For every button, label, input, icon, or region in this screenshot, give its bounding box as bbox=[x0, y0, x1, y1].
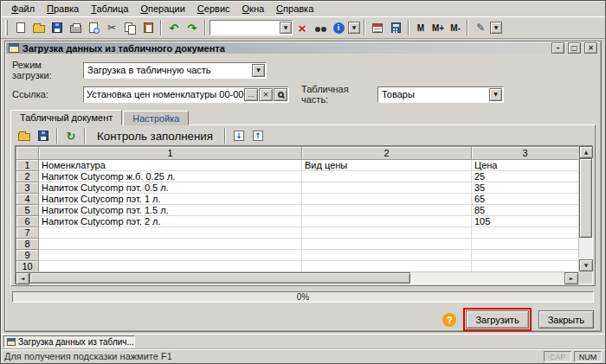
grid-cell[interactable]: 85 bbox=[472, 205, 579, 216]
grid-cell[interactable]: Вид цены bbox=[302, 160, 472, 171]
row-number[interactable]: 6 bbox=[16, 216, 39, 227]
copy-icon[interactable] bbox=[121, 19, 139, 36]
link-choose-button[interactable]: ... bbox=[244, 88, 258, 101]
save-icon[interactable] bbox=[48, 19, 66, 36]
menu-table[interactable]: Таблица bbox=[86, 3, 133, 15]
menu-operations[interactable]: Операции bbox=[135, 3, 190, 15]
import-icon[interactable]: ↓ bbox=[230, 127, 248, 144]
row-number[interactable]: 8 bbox=[16, 239, 39, 250]
maximize-button[interactable]: □ bbox=[568, 42, 581, 54]
grid-cell[interactable] bbox=[472, 239, 579, 250]
grid-cell[interactable]: Цена bbox=[472, 160, 579, 171]
scroll-left-icon[interactable]: ◄ bbox=[16, 272, 29, 284]
grid-cell[interactable] bbox=[302, 216, 472, 227]
save-file-icon[interactable] bbox=[35, 127, 52, 144]
calendar-icon[interactable] bbox=[369, 19, 386, 36]
grid-cell[interactable]: Напиток Cutycomp пэт. 0.5 л. bbox=[39, 182, 302, 194]
grid-cell[interactable] bbox=[39, 261, 302, 272]
edit-pen-icon[interactable]: ✎ bbox=[472, 19, 489, 36]
row-number[interactable]: 9 bbox=[16, 250, 39, 261]
dialog-titlebar[interactable]: Загрузка данных из табличного документа … bbox=[6, 42, 600, 54]
find-icon[interactable] bbox=[312, 19, 329, 36]
horizontal-scroll-thumb[interactable] bbox=[29, 272, 410, 284]
row-number[interactable]: 10 bbox=[16, 261, 39, 272]
grid-cell[interactable] bbox=[302, 182, 472, 194]
taskbar-item[interactable]: Загрузка данных из таблич... bbox=[3, 335, 135, 348]
row-number[interactable]: 5 bbox=[16, 205, 39, 216]
fill-control-button[interactable]: Контроль заполнения bbox=[90, 128, 220, 144]
chevron-down-icon[interactable]: ▼ bbox=[489, 88, 502, 101]
table-part-select[interactable]: Товары ▼ bbox=[377, 86, 504, 103]
row-number[interactable]: 2 bbox=[16, 171, 39, 182]
row-number[interactable]: 4 bbox=[16, 194, 39, 205]
toolbar-grip[interactable] bbox=[5, 20, 8, 35]
horizontal-scrollbar[interactable]: ◄ ► bbox=[16, 271, 578, 284]
grid-cell[interactable] bbox=[472, 227, 579, 239]
open-file-icon[interactable] bbox=[16, 127, 33, 144]
grid-cell[interactable]: 35 bbox=[472, 182, 579, 194]
new-document-icon[interactable] bbox=[12, 19, 29, 36]
grid-cell[interactable] bbox=[302, 205, 472, 216]
grid-cell[interactable] bbox=[39, 250, 302, 261]
grid-cell[interactable] bbox=[302, 261, 472, 272]
corner-cell[interactable] bbox=[16, 147, 39, 160]
close-button[interactable]: Закрыть bbox=[538, 310, 594, 329]
clear-icon[interactable]: × bbox=[293, 19, 311, 36]
grid-cell[interactable]: Напиток Cutycomp ж.б. 0.25 л. bbox=[39, 171, 302, 182]
link-open-button[interactable] bbox=[274, 88, 287, 101]
grid-cell[interactable] bbox=[39, 227, 302, 239]
grid-cell[interactable]: Напиток Cutycomp пэт. 1 л. bbox=[39, 194, 302, 205]
grid-cell[interactable] bbox=[472, 261, 579, 272]
scroll-down-icon[interactable]: ▼ bbox=[579, 259, 593, 271]
grid-cell[interactable] bbox=[302, 194, 472, 205]
menu-file[interactable]: Файл bbox=[6, 3, 40, 15]
grid-cell[interactable]: Напиток Cutycomp пэт. 2 л. bbox=[39, 216, 302, 227]
toolbar-combo[interactable]: ▼ bbox=[210, 20, 293, 35]
vertical-scrollbar[interactable]: ▲ ▼ bbox=[578, 146, 592, 271]
memory-recall-button[interactable]: M bbox=[413, 20, 429, 35]
grid-cell[interactable] bbox=[302, 227, 472, 239]
chevron-down-icon[interactable]: ▼ bbox=[280, 22, 292, 34]
vertical-scroll-track[interactable] bbox=[579, 238, 592, 259]
grid-cell[interactable] bbox=[472, 250, 579, 261]
menu-help[interactable]: Справка bbox=[271, 3, 319, 15]
grid-cell[interactable]: 105 bbox=[472, 216, 579, 227]
menu-edit[interactable]: Правка bbox=[42, 3, 84, 15]
grid-cell[interactable]: Номенклатура bbox=[39, 160, 302, 171]
calculator-icon[interactable] bbox=[387, 19, 404, 36]
minimize-button[interactable]: – bbox=[551, 42, 564, 54]
row-number[interactable]: 3 bbox=[16, 182, 39, 194]
cut-icon[interactable]: ✂ bbox=[103, 19, 120, 36]
row-number[interactable]: 7 bbox=[16, 227, 39, 239]
menu-windows[interactable]: Окна bbox=[237, 3, 270, 15]
redo-icon[interactable]: ↷ bbox=[184, 19, 201, 36]
scroll-right-icon[interactable]: ► bbox=[564, 272, 578, 284]
refresh-icon[interactable]: ↻ bbox=[62, 127, 80, 144]
print-icon[interactable] bbox=[67, 19, 84, 36]
info-dropdown-icon[interactable]: ▼ bbox=[348, 22, 360, 34]
tab-spreadsheet[interactable]: Табличный документ bbox=[10, 110, 122, 125]
tab-settings[interactable]: Настройка bbox=[123, 111, 189, 125]
horizontal-scroll-track[interactable] bbox=[410, 272, 564, 284]
export-icon[interactable]: ↑ bbox=[249, 127, 267, 144]
grid-cell[interactable] bbox=[302, 250, 472, 261]
vertical-scroll-thumb[interactable] bbox=[579, 158, 592, 238]
link-field[interactable]: Установка цен номенклатуры 00-00000 ... … bbox=[83, 86, 289, 103]
chevron-down-icon[interactable]: ▼ bbox=[252, 64, 265, 77]
open-icon[interactable] bbox=[30, 19, 48, 36]
column-header[interactable]: 1 bbox=[39, 147, 302, 160]
load-button[interactable]: Загрузить bbox=[466, 310, 528, 329]
memory-plus-button[interactable]: M+ bbox=[429, 20, 447, 35]
print-preview-icon[interactable] bbox=[85, 19, 102, 36]
grid-cell[interactable] bbox=[39, 239, 302, 250]
link-clear-button[interactable]: × bbox=[259, 88, 273, 101]
undo-icon[interactable]: ↶ bbox=[165, 19, 183, 36]
grid-cell[interactable]: 25 bbox=[472, 171, 579, 182]
memory-minus-button[interactable]: M- bbox=[448, 20, 463, 35]
paste-icon[interactable] bbox=[139, 19, 157, 36]
menu-service[interactable]: Сервис bbox=[192, 3, 235, 15]
help-icon[interactable]: ? bbox=[442, 313, 456, 327]
load-mode-select[interactable]: Загрузка в табличную часть ▼ bbox=[83, 62, 267, 79]
scroll-up-icon[interactable]: ▲ bbox=[579, 146, 593, 158]
grid-cell[interactable] bbox=[302, 239, 472, 250]
